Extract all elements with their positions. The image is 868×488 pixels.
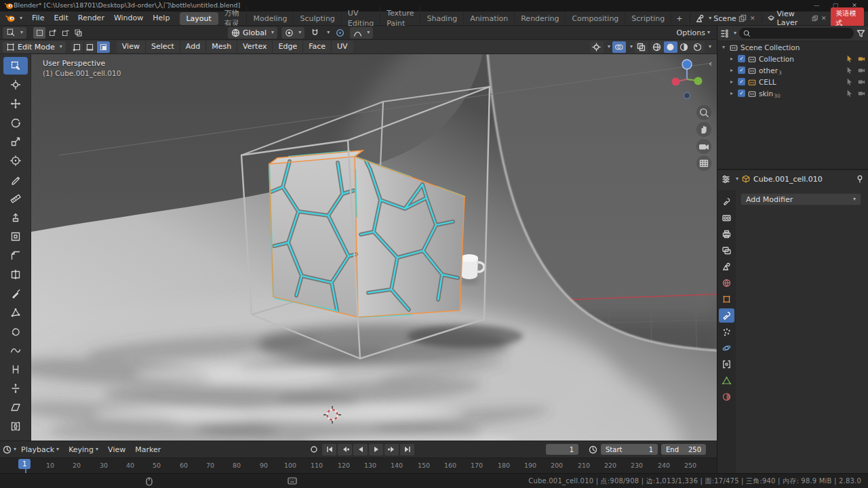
pivot-point-dropdown[interactable]: ▾ <box>281 27 304 39</box>
outliner-search-input[interactable] <box>739 28 854 39</box>
outliner-row-skin[interactable]: ▸ ✓ skin 30 <box>717 87 868 99</box>
disclosure-triangle-icon[interactable]: ▸ <box>728 90 735 96</box>
collection-checkbox[interactable]: ✓ <box>738 89 745 97</box>
blender-menu-button[interactable]: ▾ <box>0 14 27 22</box>
gizmo-z-axis-ball[interactable] <box>682 60 692 69</box>
scene-selector[interactable]: ▾ Scene ✕ <box>696 14 756 23</box>
zoom-button[interactable] <box>696 105 711 120</box>
workspace-tab-sculpting[interactable]: Sculpting <box>294 12 341 25</box>
collection-checkbox[interactable]: ✓ <box>738 66 745 74</box>
menu-render[interactable]: Render <box>73 12 109 25</box>
menu-select[interactable]: Select <box>146 41 180 53</box>
orbit-gizmo[interactable] <box>667 57 707 102</box>
menu-face[interactable]: Face <box>303 41 332 53</box>
play-reverse-button[interactable] <box>353 444 368 455</box>
mode-dropdown[interactable]: Edit Mode ▾ <box>3 41 66 53</box>
timeline-editor-icon[interactable] <box>3 445 12 454</box>
menu-help[interactable]: Help <box>148 12 174 25</box>
render-visibility-icon[interactable] <box>858 55 865 62</box>
toggle-xray-button[interactable] <box>635 41 648 53</box>
menu-add[interactable]: Add <box>180 41 206 53</box>
show-gizmo-button[interactable] <box>590 41 604 53</box>
proportional-editing-toggle[interactable] <box>334 27 346 39</box>
play-button[interactable] <box>369 444 383 455</box>
workspace-tab-scripting[interactable]: Scripting <box>625 12 671 25</box>
jump-to-next-keyframe-button[interactable] <box>384 444 399 455</box>
tab-material[interactable] <box>719 390 734 404</box>
viewport-canvas[interactable] <box>31 54 717 441</box>
selectable-toggle-icon[interactable] <box>846 55 854 62</box>
tool-cursor[interactable] <box>3 76 28 94</box>
tab-object-data[interactable] <box>719 373 734 388</box>
disclosure-triangle-icon[interactable]: ▸ <box>728 56 735 62</box>
menu-view-timeline[interactable]: View <box>103 445 130 454</box>
render-visibility-icon[interactable] <box>858 78 865 85</box>
select-mode-intersect-button[interactable] <box>72 27 84 39</box>
select-mode-extend-button[interactable] <box>46 27 58 39</box>
workspace-tab-modeling[interactable]: Modeling <box>247 12 294 25</box>
toggle-orthographic-button[interactable] <box>696 156 711 171</box>
menu-window[interactable]: Window <box>109 12 148 25</box>
select-mode-subtract-button[interactable] <box>59 27 71 39</box>
use-preview-range-icon[interactable] <box>589 445 597 454</box>
menu-edge[interactable]: Edge <box>273 41 303 53</box>
pin-icon[interactable] <box>856 175 864 183</box>
show-overlays-button[interactable] <box>612 41 626 53</box>
shading-wireframe-button[interactable] <box>650 41 664 53</box>
workspace-tab-compositing[interactable]: Compositing <box>566 12 625 25</box>
outliner-row-scene-collection[interactable]: ▾ Scene Collection <box>717 41 868 53</box>
collection-checkbox[interactable]: ✓ <box>738 78 745 85</box>
jump-to-end-button[interactable] <box>400 444 414 455</box>
select-mode-new-button[interactable] <box>33 27 45 39</box>
dropdown-arrow-icon[interactable]: ▾ <box>736 176 738 182</box>
menu-view[interactable]: View <box>117 41 146 53</box>
tool-annotate[interactable] <box>3 171 28 188</box>
tool-move[interactable] <box>3 95 28 113</box>
outliner-display-mode-icon[interactable] <box>720 29 729 38</box>
disclosure-triangle-icon[interactable]: ▸ <box>728 67 735 73</box>
remove-view-layer-icon[interactable]: ✕ <box>820 15 828 22</box>
tool-shrink-fatten[interactable] <box>3 380 28 397</box>
playhead[interactable]: 1 <box>18 459 31 469</box>
outliner-row-cell[interactable]: ▸ ✓ CELL <box>717 76 868 87</box>
menu-file[interactable]: File <box>27 12 49 25</box>
current-frame-field[interactable]: 1 <box>546 444 578 455</box>
tool-extrude-region[interactable] <box>3 209 28 226</box>
proportional-falloff-dropdown[interactable]: ▾ <box>350 27 373 39</box>
end-frame-field[interactable]: End 250 <box>661 444 706 455</box>
tab-tool[interactable] <box>719 195 734 209</box>
new-view-layer-icon[interactable] <box>812 14 818 22</box>
outliner-row-collection[interactable]: ▸ ✓ Collection <box>717 53 868 64</box>
selectable-toggle-icon[interactable] <box>846 89 854 97</box>
start-frame-field[interactable]: Start 1 <box>601 444 658 455</box>
outliner-row-other[interactable]: ▸ ✓ other 3 <box>717 64 868 76</box>
add-modifier-dropdown[interactable]: Add Modifier ▾ <box>741 193 861 205</box>
options-dropdown[interactable]: Options ▾ <box>677 28 714 37</box>
shading-material-button[interactable] <box>677 41 691 53</box>
menu-mesh[interactable]: Mesh <box>206 41 237 53</box>
3d-viewport[interactable]: User Perspective (1) Cube.001_cell.010 <box>31 54 717 441</box>
filter-icon[interactable] <box>856 29 865 38</box>
shading-rendered-button[interactable] <box>691 41 705 53</box>
shading-settings-arrow-icon[interactable]: ▾ <box>709 44 711 49</box>
workspace-tab-animation[interactable]: Animation <box>464 12 515 25</box>
render-visibility-icon[interactable] <box>858 66 865 74</box>
active-tool-dropdown[interactable]: ▾ <box>3 27 26 39</box>
new-scene-icon[interactable] <box>738 14 747 22</box>
gizmo-y-axis-ball[interactable] <box>694 77 703 85</box>
tab-world[interactable] <box>719 276 734 290</box>
tab-object[interactable] <box>719 292 734 306</box>
tool-edge-slide[interactable] <box>3 361 28 378</box>
tab-particles[interactable] <box>719 325 734 339</box>
tab-scene[interactable] <box>719 260 734 274</box>
tool-transform[interactable] <box>3 152 28 169</box>
tab-physics[interactable] <box>719 341 734 355</box>
tab-view-layer[interactable] <box>719 243 734 258</box>
jump-to-prev-keyframe-button[interactable] <box>338 444 352 455</box>
disclosure-triangle-icon[interactable]: ▸ <box>728 79 735 85</box>
tab-render[interactable] <box>719 211 734 225</box>
tool-knife[interactable] <box>3 285 28 302</box>
tab-modifiers[interactable] <box>719 308 734 323</box>
jump-to-start-button[interactable] <box>322 444 336 455</box>
gizmo-x-axis-ball[interactable] <box>672 78 680 86</box>
